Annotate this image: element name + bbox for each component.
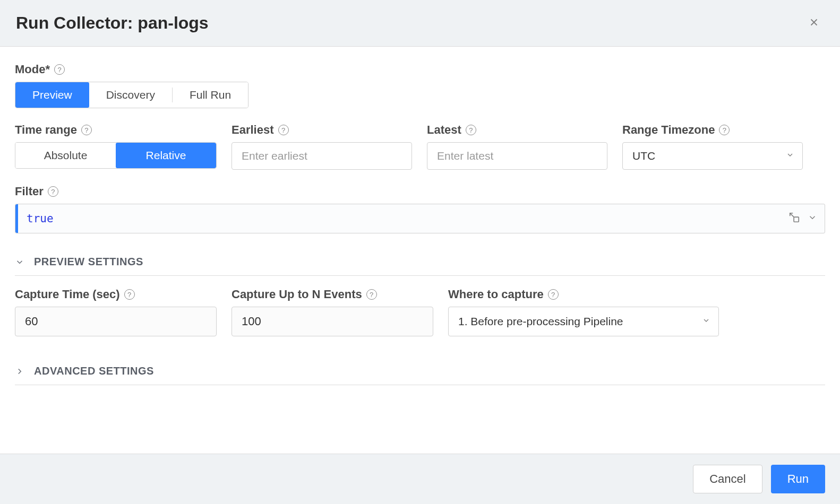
capture-events-input[interactable]: 100: [232, 307, 433, 336]
cancel-button[interactable]: Cancel: [693, 465, 762, 493]
range-timezone-label-text: Range Timezone: [622, 123, 715, 137]
time-range-segment-group: Absolute Relative: [15, 142, 217, 169]
filter-label-text: Filter: [15, 185, 44, 198]
help-icon[interactable]: ?: [81, 125, 92, 135]
expand-icon[interactable]: [788, 212, 800, 225]
help-icon[interactable]: ?: [48, 186, 58, 197]
help-icon[interactable]: ?: [54, 64, 65, 75]
preview-settings-row: Capture Time (sec) ? 60 Capture Up to N …: [15, 288, 825, 336]
range-timezone-field: Range Timezone ? UTC: [622, 123, 803, 170]
where-capture-select-wrap: 1. Before pre-processing Pipeline: [448, 307, 719, 336]
time-range-label-text: Time range: [15, 123, 77, 137]
capture-events-field: Capture Up to N Events ? 100: [232, 288, 433, 336]
mode-field: Mode* ? Preview Discovery Full Run: [15, 63, 825, 108]
where-capture-select[interactable]: 1. Before pre-processing Pipeline: [448, 307, 719, 336]
modal-header: Run Collector: pan-logs: [0, 0, 840, 47]
run-button[interactable]: Run: [771, 465, 825, 493]
modal-body: Mode* ? Preview Discovery Full Run Time …: [0, 47, 840, 385]
mode-option-discovery[interactable]: Discovery: [89, 82, 172, 108]
where-capture-label: Where to capture ?: [448, 288, 719, 301]
time-range-option-relative[interactable]: Relative: [116, 143, 216, 168]
help-icon[interactable]: ?: [124, 289, 135, 300]
time-range-label: Time range ?: [15, 123, 217, 137]
capture-time-value: 60: [25, 315, 38, 328]
capture-events-label: Capture Up to N Events ?: [232, 288, 433, 301]
earliest-input[interactable]: [232, 142, 412, 170]
time-range-option-absolute[interactable]: Absolute: [15, 143, 116, 168]
advanced-settings-header[interactable]: ADVANCED SETTINGS: [15, 358, 825, 385]
filter-value: true: [18, 212, 54, 225]
modal-title: Run Collector: pan-logs: [16, 13, 209, 33]
range-timezone-label: Range Timezone ?: [622, 123, 803, 137]
capture-events-label-text: Capture Up to N Events: [232, 288, 362, 301]
chevron-right-icon: [15, 367, 24, 376]
mode-label: Mode* ?: [15, 63, 825, 76]
help-icon[interactable]: ?: [278, 125, 289, 135]
mode-segment-group: Preview Discovery Full Run: [15, 82, 248, 108]
range-timezone-select[interactable]: UTC: [622, 142, 803, 170]
latest-input[interactable]: [427, 142, 607, 170]
earliest-label-text: Earliest: [232, 123, 274, 137]
range-timezone-select-wrap: UTC: [622, 142, 803, 170]
filter-label: Filter ?: [15, 185, 825, 198]
mode-option-fullrun[interactable]: Full Run: [173, 82, 248, 108]
time-range-field: Time range ? Absolute Relative: [15, 123, 217, 170]
close-icon: [808, 16, 820, 28]
help-icon[interactable]: ?: [366, 289, 377, 300]
filter-input[interactable]: true: [15, 204, 825, 233]
chevron-down-icon: [15, 257, 24, 267]
latest-label-text: Latest: [427, 123, 461, 137]
chevron-down-icon[interactable]: [808, 213, 817, 224]
filter-icons: [788, 212, 817, 225]
time-row: Time range ? Absolute Relative Earliest …: [15, 123, 825, 170]
where-capture-label-text: Where to capture: [448, 288, 544, 301]
help-icon[interactable]: ?: [719, 125, 730, 135]
capture-events-value: 100: [242, 315, 261, 328]
capture-time-field: Capture Time (sec) ? 60: [15, 288, 217, 336]
modal-footer: Cancel Run: [0, 454, 840, 504]
where-capture-field: Where to capture ? 1. Before pre-process…: [448, 288, 719, 336]
latest-field: Latest ?: [427, 123, 607, 170]
run-collector-modal: Run Collector: pan-logs Mode* ? Preview …: [0, 0, 840, 504]
advanced-settings-title: ADVANCED SETTINGS: [34, 365, 154, 377]
svg-rect-2: [794, 217, 799, 222]
capture-time-label: Capture Time (sec) ?: [15, 288, 217, 301]
earliest-field: Earliest ?: [232, 123, 412, 170]
mode-option-preview[interactable]: Preview: [15, 82, 89, 108]
capture-time-label-text: Capture Time (sec): [15, 288, 120, 301]
preview-settings-header[interactable]: PREVIEW SETTINGS: [15, 248, 825, 276]
latest-label: Latest ?: [427, 123, 607, 137]
where-capture-value: 1. Before pre-processing Pipeline: [458, 315, 623, 328]
capture-time-input[interactable]: 60: [15, 307, 217, 336]
help-icon[interactable]: ?: [548, 289, 559, 300]
earliest-label: Earliest ?: [232, 123, 412, 137]
preview-settings-title: PREVIEW SETTINGS: [34, 256, 143, 268]
close-button[interactable]: [804, 14, 824, 33]
filter-field: Filter ? true: [15, 185, 825, 233]
help-icon[interactable]: ?: [466, 125, 476, 135]
mode-label-text: Mode*: [15, 63, 50, 76]
range-timezone-value: UTC: [632, 150, 655, 162]
